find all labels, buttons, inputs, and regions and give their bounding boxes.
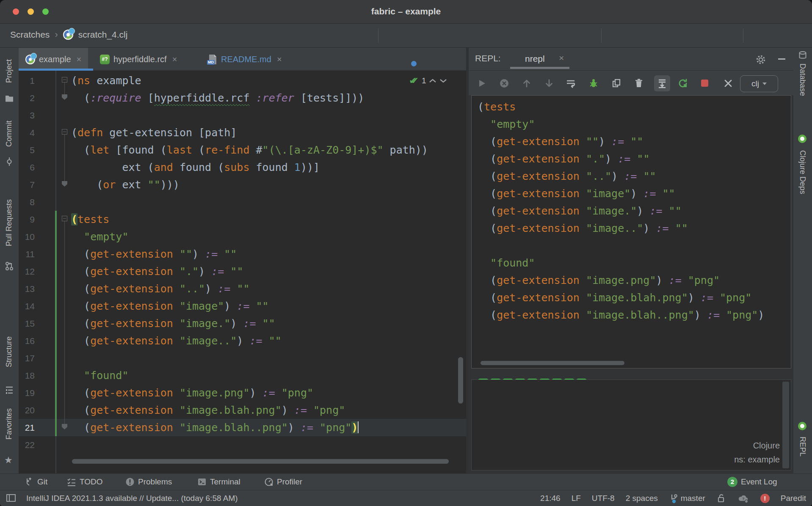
sidebar-item-commit[interactable]: Commit <box>5 121 14 147</box>
breadcrumb-scratches[interactable]: Scratches <box>10 30 50 40</box>
repl-kill-button[interactable] <box>701 80 708 87</box>
toolwindow-toggle-button[interactable] <box>6 493 16 503</box>
maximize-window-button[interactable] <box>42 8 49 15</box>
window-layout-icon <box>6 493 16 503</box>
breadcrumb-file[interactable]: scratch_4.clj <box>78 30 128 40</box>
run-badge-icon <box>411 61 417 66</box>
repl-stop-button[interactable] <box>498 77 511 90</box>
sidebar-item-repl[interactable]: REPL <box>798 437 807 456</box>
repl-scroll-to-end-button[interactable] <box>654 75 670 91</box>
editor-code[interactable]: (ns example (:require [hyperfiddle.rcf :… <box>71 72 465 454</box>
folder-icon[interactable] <box>5 94 14 103</box>
repl-clear-button[interactable] <box>632 77 645 90</box>
git-branch-icon <box>25 477 34 487</box>
sidebar-item-pull-requests[interactable]: Pull Requests <box>5 199 14 246</box>
toolwindow-todo[interactable]: TODO <box>67 474 103 490</box>
line-ending-widget[interactable]: LF <box>572 494 581 503</box>
line-number-gutter[interactable]: 12345678910111213141516171819202122 <box>19 72 35 454</box>
tab-example[interactable]: example × <box>19 48 88 71</box>
toolwindow-event-log[interactable]: 2 Event Log <box>727 474 777 490</box>
sidebar-item-structure[interactable]: Structure <box>5 336 14 367</box>
copy-icon <box>611 78 622 89</box>
close-icon[interactable]: × <box>559 53 564 63</box>
toolwindow-label: Git <box>37 477 47 487</box>
clojure-deps-icon[interactable] <box>798 135 806 143</box>
repl-tab-nrepl[interactable]: nrepl <box>525 54 545 64</box>
repl-language-selector[interactable]: clj <box>740 75 778 92</box>
repl-input-pane[interactable]: Clojure ns: example <box>471 380 791 470</box>
sidebar-item-project[interactable]: Project <box>5 59 14 83</box>
status-widgets: 21:46 LF UTF-8 2 spaces master ? ! Pared… <box>540 490 806 506</box>
tab-readme-md[interactable]: MD README.md × <box>202 48 289 71</box>
close-icon[interactable]: × <box>277 55 282 64</box>
repl-debug-toggle-button[interactable] <box>587 77 600 90</box>
unlock-icon[interactable] <box>716 493 726 503</box>
arrow-up-icon <box>521 78 532 89</box>
tab-hyperfiddle-rcf[interactable]: #? hyperfiddle.rcf × <box>93 48 184 71</box>
encoding-widget[interactable]: UTF-8 <box>592 494 615 503</box>
repl-run-button[interactable] <box>475 77 488 90</box>
profiler-clock-icon <box>264 477 273 487</box>
window-title: fabric – example <box>0 6 812 16</box>
repl-horizontal-scrollbar[interactable] <box>481 361 624 365</box>
repl-execute-button[interactable] <box>564 77 577 90</box>
repl-history-next-button[interactable] <box>543 77 555 90</box>
sidebar-item-clojure-deps[interactable]: Clojure Deps <box>798 150 807 194</box>
repl-language-label: Clojure <box>734 439 780 453</box>
git-branch-widget[interactable]: master <box>669 493 705 503</box>
settings-sync-icon[interactable]: ? <box>737 493 749 503</box>
repl-input-scrollbar[interactable] <box>782 382 789 468</box>
toolwindow-label: TODO <box>80 477 103 487</box>
toolwindow-profiler[interactable]: Profiler <box>264 474 302 490</box>
toolwindow-label: Problems <box>138 477 172 487</box>
toolwindow-git[interactable]: Git <box>25 474 47 490</box>
hide-panel-button[interactable] <box>778 58 785 60</box>
database-icon[interactable] <box>798 51 807 60</box>
repl-stripe-icon[interactable] <box>798 422 806 430</box>
status-message[interactable]: IntelliJ IDEA 2021.1.3 available // Upda… <box>26 494 238 503</box>
todo-list-icon <box>67 477 76 487</box>
paredit-widget[interactable]: Paredit <box>781 494 806 503</box>
close-icon <box>723 78 733 88</box>
editor-vertical-scrollbar[interactable] <box>458 357 463 404</box>
editor-horizontal-scrollbar[interactable] <box>72 459 449 464</box>
rcf-file-icon: #? <box>100 55 110 64</box>
chevron-down-icon[interactable] <box>439 78 447 83</box>
repl-settings-button[interactable] <box>755 54 766 65</box>
execute-statement-icon <box>565 77 577 89</box>
sidebar-item-favorites[interactable]: Favorites <box>5 408 14 440</box>
repl-copy-button[interactable] <box>610 77 623 90</box>
close-icon[interactable]: × <box>77 55 82 64</box>
structure-icon[interactable] <box>5 385 14 395</box>
refresh-icon <box>677 77 689 89</box>
scratch-badge-icon <box>69 28 75 34</box>
right-tool-stripe: Database Clojure Deps REPL <box>793 48 812 473</box>
tab-label: hyperfiddle.rcf <box>113 55 167 64</box>
inspection-checks: ✔✔ <box>409 75 419 86</box>
close-window-button[interactable] <box>13 8 19 15</box>
event-count-badge: 2 <box>727 477 737 487</box>
chevron-up-icon[interactable] <box>429 78 436 83</box>
repl-history-prev-button[interactable] <box>520 77 533 90</box>
markdown-file-icon: MD <box>208 54 217 65</box>
scratch-badge-icon <box>30 53 37 59</box>
indent-widget[interactable]: 2 spaces <box>626 494 658 503</box>
caret-position-widget[interactable]: 21:46 <box>540 494 561 503</box>
repl-close-button[interactable] <box>722 77 735 90</box>
fold-marker-column[interactable] <box>62 72 68 454</box>
inspection-widget[interactable]: ✔✔ 1 <box>409 75 447 86</box>
commit-icon[interactable] <box>5 157 14 166</box>
play-icon <box>477 78 487 88</box>
sidebar-item-database[interactable]: Database <box>798 63 807 96</box>
terminal-icon <box>197 477 207 487</box>
toolwindow-terminal[interactable]: Terminal <box>197 474 240 490</box>
tab-label: example <box>39 55 71 64</box>
error-indicator-icon[interactable]: ! <box>760 494 770 503</box>
minimize-window-button[interactable] <box>28 8 34 15</box>
repl-reconnect-button[interactable] <box>677 77 689 90</box>
close-icon[interactable]: × <box>172 55 177 64</box>
star-icon[interactable]: ★ <box>4 455 13 466</box>
pull-request-icon[interactable] <box>5 261 14 271</box>
inspection-count: 1 <box>422 76 426 85</box>
toolwindow-problems[interactable]: Problems <box>125 474 172 490</box>
